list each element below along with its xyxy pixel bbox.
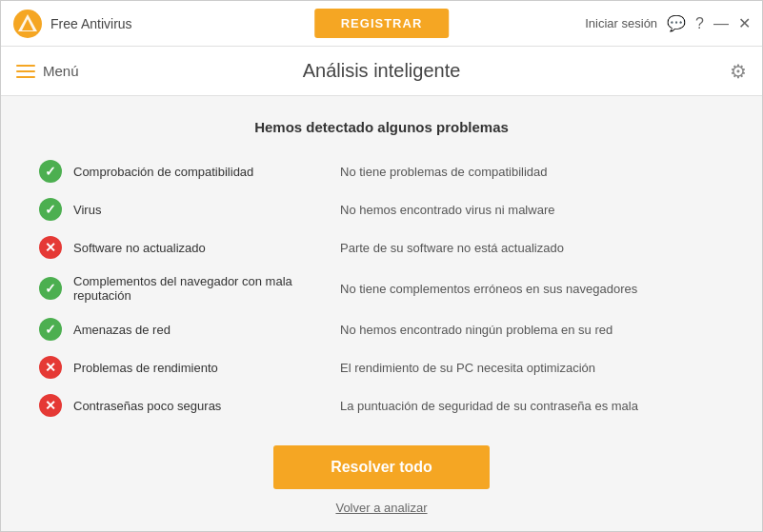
settings-icon[interactable]: ⚙ [730, 60, 747, 83]
help-icon[interactable]: ? [695, 15, 704, 32]
check-icon: ✓ [39, 198, 62, 221]
page-title: Análisis inteligente [303, 60, 461, 82]
result-row: ✓Amenazas de redNo hemos encontrado ning… [39, 312, 724, 346]
nav-bar: Menú Análisis inteligente ⚙ [1, 47, 762, 96]
result-description: El rendimiento de su PC necesita optimiz… [340, 361, 724, 375]
avast-logo-icon [12, 9, 43, 39]
result-label: Software no actualizado [73, 241, 340, 255]
result-row: ✕Contraseñas poco segurasLa puntuación d… [39, 388, 724, 423]
result-description: No hemos encontrado ningún problema en s… [340, 323, 724, 337]
result-row: ✕Problemas de rendimientoEl rendimiento … [39, 350, 724, 384]
check-icon: ✓ [39, 277, 62, 300]
title-right: Iniciar sesión 💬 ? — ✕ [585, 14, 751, 32]
main-content: Hemos detectado algunos problemas ✓Compr… [1, 96, 762, 532]
result-row: ✓Comprobación de compatibilidadNo tiene … [39, 154, 724, 188]
hamburger-icon [16, 65, 35, 78]
menu-label: Menú [43, 63, 79, 79]
chat-icon[interactable]: 💬 [667, 14, 686, 32]
problems-header: Hemos detectado algunos problemas [254, 119, 509, 135]
result-label: Contraseñas poco seguras [73, 399, 340, 413]
error-icon: ✕ [39, 236, 62, 259]
logo-area: Free Antivirus [12, 9, 132, 39]
app-title: Free Antivirus [50, 16, 132, 31]
result-label: Comprobación de compatibilidad [73, 165, 340, 179]
result-row: ✕Software no actualizadoParte de su soft… [39, 230, 724, 265]
result-row: ✓Complementos del navegador con mala rep… [39, 268, 724, 308]
check-icon: ✓ [39, 318, 62, 341]
check-icon: ✓ [39, 160, 62, 183]
result-label: Problemas de rendimiento [73, 361, 340, 375]
result-description: Parte de su software no está actualizado [340, 241, 724, 255]
result-description: No tiene complementos erróneos en sus na… [340, 282, 724, 296]
result-label: Complementos del navegador con mala repu… [73, 274, 340, 303]
result-description: No tiene problemas de compatibilidad [340, 165, 724, 179]
resolve-button[interactable]: Resolver todo [273, 445, 490, 489]
title-bar: Free Antivirus REGISTRAR Iniciar sesión … [1, 1, 762, 47]
error-icon: ✕ [39, 356, 62, 379]
result-label: Virus [73, 203, 340, 217]
close-icon[interactable]: ✕ [738, 14, 751, 32]
re-analyze-button[interactable]: Volver a analizar [335, 501, 427, 515]
scan-results: ✓Comprobación de compatibilidadNo tiene … [39, 154, 724, 423]
register-button[interactable]: REGISTRAR [314, 9, 450, 38]
result-row: ✓VirusNo hemos encontrado virus ni malwa… [39, 192, 724, 227]
error-icon: ✕ [39, 394, 62, 417]
result-description: No hemos encontrado virus ni malware [340, 203, 724, 217]
iniciar-sesion-link[interactable]: Iniciar sesión [585, 16, 657, 30]
minimize-icon[interactable]: — [713, 15, 729, 32]
result-label: Amenazas de red [73, 323, 340, 337]
result-description: La puntuación de seguridad de su contras… [340, 399, 724, 413]
menu-button[interactable]: Menú [16, 63, 79, 79]
